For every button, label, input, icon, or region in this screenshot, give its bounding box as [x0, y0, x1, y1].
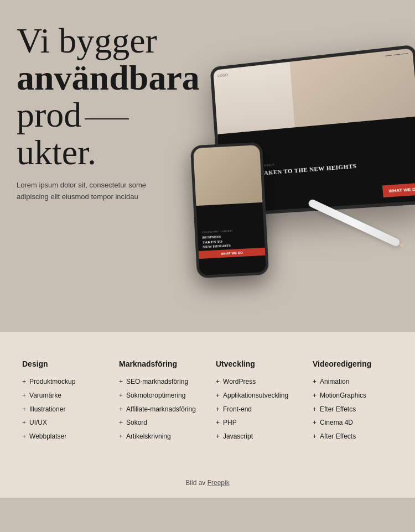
phone-text-block: CONSULTING COMPANY BUSINESSTAKEN TONEW H…	[202, 230, 234, 249]
service-label: SEO-marknadsföring	[126, 377, 188, 387]
list-item: +MotionGraphics	[313, 391, 393, 400]
service-plus-icon: +	[313, 377, 317, 387]
service-plus-icon: +	[119, 432, 123, 441]
service-label: Illustrationer	[29, 405, 65, 414]
service-label: Sökord	[126, 418, 147, 427]
service-label: Webbplatser	[29, 432, 66, 441]
service-label: Varumärke	[29, 391, 61, 400]
service-label: Applikationsutveckling	[223, 391, 288, 400]
list-item: +Javascript	[216, 432, 296, 441]
list-item: +Affiliate-marknadsföring	[119, 405, 199, 414]
service-label: Produktmockup	[29, 377, 75, 387]
service-plus-icon: +	[216, 377, 220, 387]
list-item: +Artikelskrivning	[119, 432, 199, 441]
list-item: +Applikationsutveckling	[216, 391, 296, 400]
services-section: Design+Produktmockup+Varumärke+Illustrat…	[0, 332, 415, 468]
service-label: Affiliate-marknadsföring	[126, 405, 196, 414]
phone-small-text: CONSULTING COMPANY	[202, 230, 233, 234]
service-label: Javascript	[223, 432, 253, 441]
service-plus-icon: +	[216, 418, 220, 427]
list-item: +Produktmockup	[22, 377, 102, 387]
service-category-1: Marknadsföring	[119, 359, 199, 368]
phone-top-half	[193, 145, 262, 206]
list-item: +Sökmotoroptimering	[119, 391, 199, 400]
service-column-3: Videoredigering+Animation+MotionGraphics…	[307, 359, 398, 446]
service-plus-icon: +	[22, 418, 26, 427]
services-grid: Design+Produktmockup+Varumärke+Illustrat…	[17, 359, 398, 446]
service-plus-icon: +	[313, 405, 317, 414]
hero-subtitle: Lorem ipsum dolor sit, consectetur some …	[17, 180, 160, 203]
service-plus-icon: +	[313, 432, 317, 441]
service-category-2: Utveckling	[216, 359, 296, 368]
service-plus-icon: +	[22, 432, 26, 441]
footer-credit-text: Bild av	[185, 479, 205, 487]
service-label: Front-end	[223, 405, 252, 414]
list-item: +Front-end	[216, 405, 296, 414]
service-label: Cinema 4D	[320, 418, 353, 427]
service-label: WordPress	[223, 377, 256, 387]
service-column-0: Design+Produktmockup+Varumärke+Illustrat…	[17, 359, 108, 446]
phone-headline: BUSINESSTAKEN TONEW HEIGHTS	[202, 234, 234, 249]
service-column-1: Marknadsföring+SEO-marknadsföring+Sökmot…	[113, 359, 205, 446]
service-label: Sökmotoroptimering	[126, 391, 185, 400]
footer: Bild av Freepik	[0, 468, 415, 498]
service-category-3: Videoredigering	[313, 359, 393, 368]
list-item: +PHP	[216, 418, 296, 427]
service-label: MotionGraphics	[320, 391, 366, 400]
service-label: Efter Effetcs	[320, 405, 356, 414]
list-item: +Webbplatser	[22, 432, 102, 441]
service-plus-icon: +	[119, 377, 123, 387]
tablet-nav-icon	[385, 53, 408, 56]
phone-cta-badge: WHAT WE DO	[199, 248, 266, 259]
service-plus-icon: +	[22, 377, 26, 387]
list-item: +Cinema 4D	[313, 418, 393, 427]
service-plus-icon: +	[313, 418, 317, 427]
phone-screen: CONSULTING COMPANY BUSINESSTAKEN TONEW H…	[193, 145, 266, 275]
service-plus-icon: +	[216, 391, 220, 400]
service-plus-icon: +	[216, 432, 220, 441]
title-decoration	[85, 118, 129, 119]
footer-credit-link[interactable]: Freepik	[208, 479, 230, 487]
service-label: Artikelskrivning	[126, 432, 171, 441]
service-label: UI/UX	[29, 418, 47, 427]
list-item: +After Effects	[313, 432, 393, 441]
service-plus-icon: +	[22, 405, 26, 414]
service-plus-icon: +	[119, 391, 123, 400]
list-item: +Animation	[313, 377, 393, 387]
service-plus-icon: +	[119, 418, 123, 427]
tablet-cta-badge: WHAT WE DO	[382, 182, 415, 197]
hero-section: Vi bygger användbara prod ukter. Lorem i…	[0, 0, 415, 332]
list-item: +Varumärke	[22, 391, 102, 400]
service-label: Animation	[320, 377, 349, 387]
service-plus-icon: +	[22, 391, 26, 400]
list-item: +UI/UX	[22, 418, 102, 427]
service-category-0: Design	[22, 359, 102, 368]
phone-device: CONSULTING COMPANY BUSINESSTAKEN TONEW H…	[190, 142, 269, 278]
list-item: +SEO-marknadsföring	[119, 377, 199, 387]
service-label: After Effects	[320, 432, 356, 441]
list-item: +Illustrationer	[22, 405, 102, 414]
list-item: +Sökord	[119, 418, 199, 427]
service-plus-icon: +	[216, 405, 220, 414]
list-item: +WordPress	[216, 377, 296, 387]
service-column-2: Utveckling+WordPress+Applikationsutveckl…	[210, 359, 302, 446]
service-label: PHP	[223, 418, 237, 427]
service-plus-icon: +	[313, 391, 317, 400]
list-item: +Efter Effetcs	[313, 405, 393, 414]
phone-bottom-half: CONSULTING COMPANY BUSINESSTAKEN TONEW H…	[196, 202, 266, 275]
service-plus-icon: +	[119, 405, 123, 414]
